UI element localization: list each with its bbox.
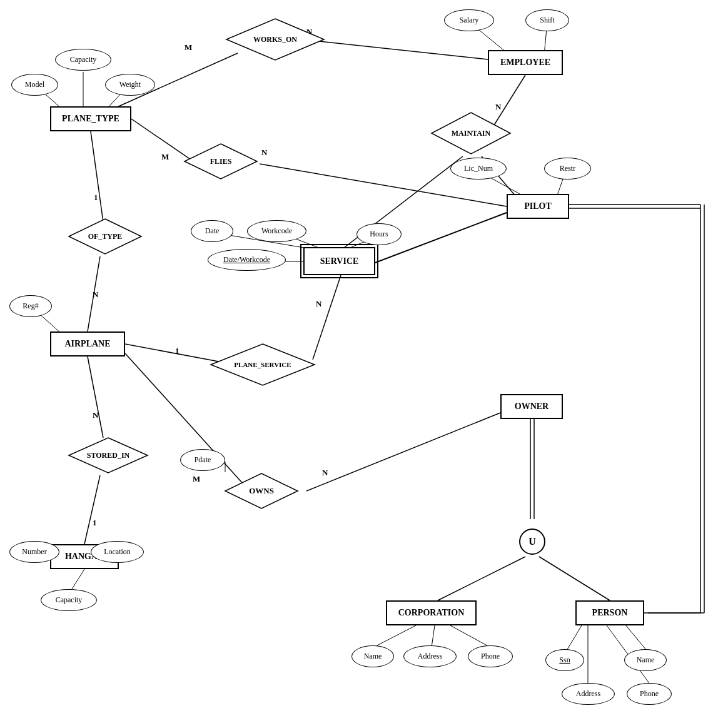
attr-salary: Salary [444,9,494,31]
attr-name-corp: Name [351,645,394,667]
attr-address-corp: Address [403,645,457,667]
attr-number-h: Number [9,541,59,563]
rel-of-type: OF_TYPE [68,218,143,255]
svg-text:N: N [322,468,328,477]
rel-owns: OWNS [224,472,299,510]
entity-owner: OWNER [500,394,563,419]
attr-phone-corp: Phone [468,645,513,667]
er-diagram: M N N M M N 1 N 1 N N 1 M N PLANE_TYPE E… [0,0,728,718]
svg-line-12 [88,356,103,438]
attr-capacity-pt: Capacity [55,49,111,71]
rel-plane-service: PLANE_SERVICE [210,343,316,387]
attr-capacity-h: Capacity [41,589,97,611]
attr-restr: Restr [544,158,591,180]
svg-line-44 [450,625,490,647]
attr-ssn-person: Ssn [545,649,584,671]
svg-text:N: N [495,102,502,111]
attr-date: Date [191,220,233,242]
svg-line-7 [88,256,100,331]
svg-line-11 [313,275,341,360]
attr-model: Model [11,74,58,96]
svg-text:M: M [193,474,200,483]
rel-works-on: WORKS_ON [225,18,325,61]
entity-person: PERSON [575,600,644,625]
isa-circle: U [519,528,545,555]
rel-maintain: MAINTAIN [430,111,512,155]
svg-text:1: 1 [175,346,179,355]
entity-corporation: CORPORATION [386,600,477,625]
rel-stored-in: STORED_IN [68,437,149,474]
rel-flies: FLIES [183,143,258,180]
attr-phone-person: Phone [627,683,672,705]
svg-text:M: M [185,43,192,52]
svg-text:N: N [316,299,322,308]
svg-line-13 [84,475,100,544]
attr-date-workcode: Date/Workcode [208,249,286,271]
svg-line-19 [539,557,610,600]
attr-reg-num: Reg# [9,295,52,317]
attr-weight: Weight [105,74,155,96]
svg-text:N: N [93,290,99,299]
svg-text:N: N [93,410,99,420]
entity-airplane: AIRPLANE [50,331,125,356]
svg-text:1: 1 [93,518,97,527]
entity-employee: EMPLOYEE [488,50,563,75]
entity-service: SERVICE [303,247,375,275]
svg-line-15 [306,413,500,491]
svg-line-43 [432,625,435,647]
attr-hours: Hours [356,223,402,245]
attr-name-person: Name [624,649,667,671]
svg-line-6 [91,131,103,222]
attr-workcode: Workcode [247,220,306,242]
entity-plane-type: PLANE_TYPE [50,106,131,131]
svg-text:1: 1 [94,193,98,202]
svg-line-1 [313,41,488,59]
svg-line-40 [71,569,84,591]
attr-pdate: Pdate [180,449,225,471]
attr-location-h: Location [91,541,144,563]
entity-pilot: PILOT [507,194,569,219]
svg-line-42 [373,625,416,647]
svg-text:M: M [161,152,169,161]
svg-line-18 [438,557,525,600]
attr-shift: Shift [525,9,569,31]
svg-text:N: N [261,148,268,157]
attr-lic-num: Lic_Num [450,158,507,180]
attr-address-person: Address [562,683,615,705]
